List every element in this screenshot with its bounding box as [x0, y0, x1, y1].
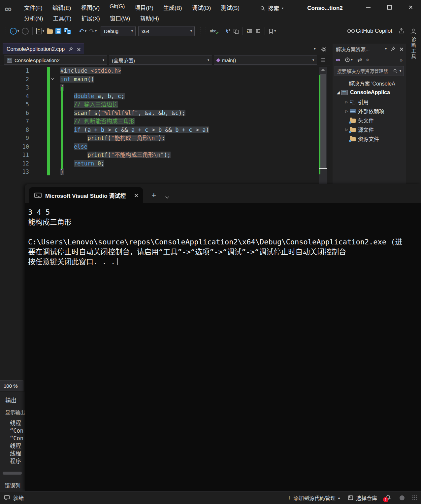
menu-item-4[interactable]: 项目(P) — [130, 2, 158, 13]
bookmark-icon — [269, 28, 274, 34]
feedback-icon[interactable] — [400, 495, 405, 500]
toolbar-grip[interactable] — [205, 27, 207, 35]
save-all-button[interactable] — [63, 26, 73, 36]
output-line-3: 线程 — [10, 442, 25, 450]
copy-button[interactable] — [232, 26, 240, 36]
solution-search-box[interactable]: 搜索解决方案资源管理器 ▾ — [335, 66, 404, 76]
github-copilot-button[interactable]: GitHub Copilot — [346, 26, 394, 36]
tree-arrow-icon[interactable]: ▷ — [344, 109, 350, 113]
change-tracking-inner-bar — [61, 87, 63, 169]
menu-item-row2-1[interactable]: 工具(T) — [48, 12, 77, 24]
open-file-button[interactable] — [46, 26, 54, 36]
code-editor[interactable]: 1#include <stdio.h>2int main()3{4 double… — [0, 65, 330, 176]
solution-explorer-title: 解决方案资源... — [336, 46, 381, 53]
tree-item-5[interactable]: ▷源文件 — [333, 125, 406, 134]
select-repository-button[interactable]: 选择仓库 — [348, 494, 377, 502]
se-overflow-icon[interactable]: » — [400, 57, 403, 63]
console-icon — [34, 193, 42, 198]
console-output[interactable]: 3 4 5能构成三角形C:\Users\Lenovo\source\repos\… — [25, 203, 421, 267]
tab-diagnostic-tools[interactable]: 诊断工具 — [406, 37, 420, 80]
navbar-options-icon[interactable] — [321, 57, 326, 63]
solution-explorer-header[interactable]: 解决方案资源... ▾ — [333, 44, 406, 54]
se-pin-icon[interactable] — [391, 47, 395, 51]
maximize-button[interactable] — [379, 0, 400, 15]
minimize-button[interactable] — [358, 0, 379, 15]
tree-item-0[interactable]: 解决方案 'ConsoleA — [333, 79, 406, 88]
navigate-forward-button[interactable]: → — [20, 26, 30, 36]
menu-item-row2-2[interactable]: 扩展(X) — [76, 12, 105, 24]
console-tab-dropdown-icon[interactable] — [166, 195, 169, 198]
bookmark-button[interactable]: ▾ — [267, 26, 277, 36]
undo-button[interactable]: ↶ ▾ — [78, 26, 88, 36]
tree-item-3[interactable]: ▷外部依赖项 — [333, 106, 406, 116]
member-dropdown[interactable]: main() ▾ — [214, 55, 317, 65]
se-sync-icon[interactable]: ⇄ — [357, 56, 362, 63]
tree-item-6[interactable]: 资源文件 — [333, 134, 406, 143]
tree-item-1[interactable]: ◢ConsoleApplica — [333, 88, 406, 97]
scrollbar-up-icon[interactable] — [321, 69, 325, 71]
se-pending-changes-button[interactable]: ▾ — [345, 57, 353, 62]
scrollbar-thumb[interactable] — [320, 74, 326, 168]
redo-button[interactable]: ↷ ▾ — [88, 26, 98, 36]
menu-item-0[interactable]: 文件(F) — [19, 2, 48, 13]
menu-item-row2-0[interactable]: 分析(N) — [19, 12, 48, 24]
console-tab[interactable]: Microsoft Visual Studio 调试控 — [29, 187, 143, 203]
menu-item-7[interactable]: 测试(S) — [216, 2, 244, 13]
close-button[interactable] — [400, 0, 421, 15]
menu-item-row2-3[interactable]: 窗口(W) — [105, 12, 135, 24]
menu-item-6[interactable]: 调试(D) — [187, 2, 216, 13]
select-repo-label: 选择仓库 — [356, 494, 377, 502]
resize-grip[interactable] — [412, 495, 417, 500]
se-close-icon[interactable] — [399, 47, 403, 51]
indent-increase-button[interactable] — [254, 26, 262, 36]
tab-error-list[interactable]: 错误列 — [5, 481, 20, 489]
titlebar-search[interactable]: 搜索 ▾ — [260, 4, 283, 12]
tree-arrow-icon[interactable]: ▷ — [344, 100, 350, 104]
navigate-back-button[interactable]: ← ▾ — [9, 26, 20, 36]
configuration-dropdown[interactable]: Debug ▾ — [101, 26, 136, 36]
se-switch-views-icon[interactable]: ∞ — [336, 56, 340, 63]
back-caret-icon: ▾ — [17, 29, 19, 33]
add-scc-label: 添加到源代码管理 — [293, 494, 336, 502]
console-tab-close-icon[interactable] — [134, 194, 138, 197]
menu-item-5[interactable]: 生成(B) — [158, 2, 187, 13]
pin-icon[interactable] — [68, 47, 73, 52]
tree-item-2[interactable]: ▷引用 — [333, 97, 406, 106]
add-to-source-control-button[interactable]: ↑ 添加到源代码管理 ▴ — [288, 494, 340, 502]
save-button[interactable] — [54, 26, 63, 36]
intellisense-button[interactable] — [223, 26, 232, 36]
console-line-1: 能构成三角形 — [28, 217, 421, 227]
menu-item-2[interactable]: 视图(V) — [76, 2, 105, 13]
gear-icon[interactable] — [321, 47, 327, 52]
tab-close-icon[interactable] — [77, 48, 80, 51]
console-new-tab-button[interactable]: + — [151, 191, 156, 199]
menu-item-3[interactable]: Git(G) — [105, 2, 130, 13]
scope-dropdown[interactable]: (全局范围) ▾ — [109, 55, 212, 65]
search-label: 搜索 — [268, 4, 279, 12]
spell-check-button[interactable]: abc — [209, 26, 218, 36]
search-icon — [260, 6, 265, 11]
tab-list-caret-icon[interactable]: ▾ — [314, 47, 316, 52]
clock-icon — [345, 57, 350, 62]
notifications-button[interactable]: 1 — [385, 494, 392, 501]
zoom-control[interactable]: 100 % — [0, 380, 23, 391]
tree-item-4[interactable]: 头文件 — [333, 116, 406, 125]
code-whitespace — [60, 152, 87, 158]
project-dropdown[interactable]: ConsoleApplication2 ▾ — [4, 55, 107, 65]
code-text: return 0; — [74, 160, 104, 167]
se-header-caret-icon[interactable]: ▾ — [385, 47, 387, 51]
toolbar-grip[interactable] — [200, 27, 201, 35]
account-button[interactable] — [409, 26, 418, 36]
tree-arrow-icon[interactable]: ◢ — [335, 90, 341, 95]
se-search-caret-icon[interactable]: ▾ — [400, 69, 401, 73]
platform-dropdown[interactable]: x64 ▾ — [138, 26, 195, 36]
output-horizontal-scrollbar[interactable] — [3, 472, 22, 475]
menu-item-1[interactable]: 编辑(E) — [48, 2, 76, 13]
document-tab[interactable]: ConsoleApplication2.cpp — [3, 44, 84, 54]
menu-item-row2-4[interactable]: 帮助(H) — [135, 12, 164, 24]
new-project-button[interactable]: ▾ — [35, 26, 46, 36]
toolbar-grip[interactable] — [5, 27, 7, 35]
share-button[interactable] — [397, 26, 405, 36]
indent-decrease-button[interactable] — [245, 26, 254, 36]
se-collapse-all-icon[interactable]: « — [365, 58, 371, 61]
